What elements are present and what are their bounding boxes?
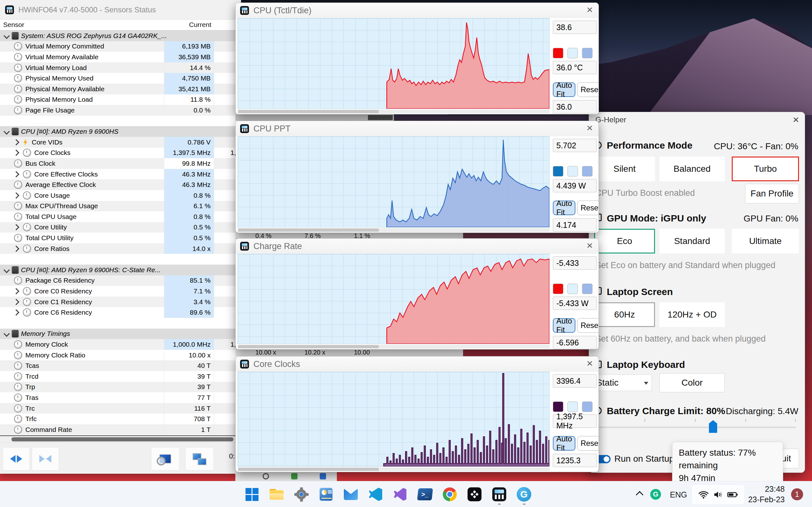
- column-header-current[interactable]: Current: [164, 21, 211, 29]
- turbo-button[interactable]: Turbo: [732, 157, 799, 181]
- sensor-row[interactable]: Tras77 T: [0, 392, 241, 403]
- monitor-search-button[interactable]: [151, 447, 180, 470]
- color-swatch[interactable]: [553, 401, 563, 412]
- sensor-row[interactable]: Total CPU Utility0.5 %: [0, 233, 241, 243]
- sensor-row[interactable]: Core Effective Clocks46.3 MHz: [0, 169, 241, 180]
- sensor-row[interactable]: Trcd39 T: [0, 371, 241, 382]
- tray-chevron-up-icon[interactable]: [636, 491, 643, 498]
- expand-columns-button[interactable]: [3, 447, 30, 470]
- chevron-down-icon[interactable]: [3, 33, 10, 39]
- language-indicator[interactable]: ENG: [670, 490, 687, 499]
- chevron-right-icon[interactable]: [13, 171, 19, 177]
- color-button[interactable]: Color: [659, 373, 725, 392]
- sensor-row[interactable]: Core Utility0.5 %: [0, 222, 241, 233]
- horizontal-scrollbar[interactable]: [0, 435, 241, 443]
- taskbar-icon-visualstudio[interactable]: [393, 487, 408, 502]
- taskbar-icon-chrome[interactable]: [442, 487, 457, 502]
- sensor-row[interactable]: Command Rate1 T: [0, 424, 241, 435]
- color-swatch[interactable]: [567, 284, 578, 294]
- sensor-row[interactable]: Core C1 Residency3.4 %: [0, 297, 241, 307]
- 120hz-od-button[interactable]: 120Hz + OD: [659, 302, 725, 327]
- sensor-row[interactable]: Average Effective Clock46.3 MHz: [0, 179, 241, 190]
- sensor-row[interactable]: Virtual Memory Committed6,193 MB: [0, 41, 241, 52]
- standard-button[interactable]: Standard: [659, 229, 725, 253]
- sensor-section-row[interactable]: CPU [#0]: AMD Ryzen 9 6900HS: [0, 126, 241, 137]
- sensor-row[interactable]: Core Clocks1,397.5 MHz1,: [0, 148, 241, 158]
- color-swatch[interactable]: [582, 401, 593, 412]
- color-swatch[interactable]: [553, 284, 563, 294]
- auto-fit-button[interactable]: Auto Fit: [553, 318, 575, 333]
- color-swatch[interactable]: [567, 48, 578, 58]
- color-swatch[interactable]: [582, 48, 593, 58]
- sensor-row[interactable]: Core C6 Residency89.6 %: [0, 307, 241, 318]
- battery-limit-slider-thumb[interactable]: [709, 420, 717, 433]
- close-icon[interactable]: ×: [587, 122, 593, 134]
- chevron-down-icon[interactable]: [3, 128, 10, 135]
- graph-titlebar[interactable]: CPU PPT: [236, 121, 599, 136]
- hwinfo-titlebar[interactable]: HWiNFO64 v7.40-5000 - Sensors Status: [0, 0, 241, 20]
- sensor-row[interactable]: Trp39 T: [0, 382, 241, 393]
- auto-fit-button[interactable]: Auto Fit: [553, 436, 575, 451]
- eco-button[interactable]: Eco: [594, 229, 655, 253]
- fan-profile-button[interactable]: Fan Profile: [745, 184, 799, 204]
- auto-fit-button[interactable]: Auto Fit: [553, 201, 575, 215]
- sensor-row[interactable]: Trfc708 T: [0, 413, 241, 424]
- auto-fit-button[interactable]: Auto Fit: [553, 82, 575, 97]
- sensor-row[interactable]: Physical Memory Load11.8 %: [0, 95, 241, 105]
- reset-button[interactable]: Reset: [577, 201, 599, 215]
- chevron-down-icon[interactable]: [3, 267, 10, 273]
- keyboard-mode-dropdown[interactable]: Static: [594, 375, 652, 391]
- graph-titlebar[interactable]: Core Clocks: [236, 356, 599, 372]
- h-scrollbar[interactable]: [238, 345, 550, 349]
- color-swatch[interactable]: [582, 284, 593, 294]
- chevron-right-icon[interactable]: [13, 224, 19, 231]
- sensor-row[interactable]: Virtual Memory Load14.4 %: [0, 62, 241, 73]
- silent-button[interactable]: Silent: [594, 157, 655, 181]
- h-scrollbar[interactable]: [238, 228, 550, 232]
- color-swatch[interactable]: [553, 48, 563, 58]
- battery-limit-slider-track[interactable]: [594, 427, 796, 428]
- chevron-right-icon[interactable]: [13, 245, 19, 252]
- chevron-right-icon[interactable]: [13, 150, 19, 156]
- collapse-columns-button[interactable]: [32, 447, 59, 470]
- chevron-right-icon[interactable]: [13, 139, 19, 146]
- grammarly-tray-icon[interactable]: G: [650, 489, 661, 500]
- close-icon[interactable]: ×: [587, 239, 593, 251]
- 60hz-button[interactable]: 60Hz: [594, 302, 655, 327]
- reset-button[interactable]: Reset: [577, 318, 599, 333]
- clock[interactable]: 23:48 23-Feb-23: [745, 484, 785, 505]
- ultimate-button[interactable]: Ultimate: [732, 229, 799, 253]
- scrollbar-thumb[interactable]: [238, 345, 379, 348]
- remote-monitor-button[interactable]: [185, 447, 214, 470]
- color-swatch[interactable]: [567, 166, 578, 176]
- reset-button[interactable]: Reset: [577, 82, 599, 97]
- sensor-row[interactable]: Total CPU Usage0.8 %: [0, 211, 241, 222]
- chevron-down-icon[interactable]: [3, 331, 10, 337]
- sensor-section-row[interactable]: Memory Timings: [0, 329, 241, 339]
- sensor-row[interactable]: Tcas40 T: [0, 360, 241, 371]
- sensor-row[interactable]: Physical Memory Used4,750 MB: [0, 73, 241, 83]
- sensor-section-row[interactable]: CPU [#0]: AMD Ryzen 9 6900HS: C-State Re…: [0, 265, 241, 275]
- sensor-row[interactable]: Page File Usage0.0 %: [0, 105, 241, 116]
- close-icon[interactable]: ×: [587, 3, 593, 16]
- close-icon[interactable]: ×: [793, 113, 799, 126]
- notification-badge[interactable]: 1: [791, 488, 803, 500]
- sensor-section-row[interactable]: System: ASUS ROG Zephyrus G14 GA402RK_..…: [0, 31, 241, 41]
- color-swatch[interactable]: [582, 166, 593, 176]
- taskbar-icon-powershell[interactable]: >_: [417, 487, 433, 502]
- taskbar-icon-hwinfo[interactable]: [492, 487, 507, 502]
- column-header-sensor[interactable]: Sensor: [3, 21, 24, 29]
- sensor-row[interactable]: Memory Clock Ratio10.00 x: [0, 350, 241, 360]
- sensor-row[interactable]: Bus Clock99.8 MHz: [0, 158, 241, 169]
- taskbar-icon-vscode[interactable]: [368, 487, 383, 502]
- color-swatch[interactable]: [553, 166, 563, 176]
- scrollbar-thumb[interactable]: [11, 437, 234, 441]
- taskbar-icon-start[interactable]: [244, 487, 259, 502]
- chevron-right-icon[interactable]: [13, 299, 19, 305]
- chevron-right-icon[interactable]: [13, 192, 19, 199]
- chevron-right-icon[interactable]: [13, 288, 19, 294]
- sensor-row[interactable]: Physical Memory Available35,421 MB: [0, 83, 241, 95]
- h-scrollbar[interactable]: [238, 110, 550, 113]
- taskbar-icon-monitor[interactable]: [318, 487, 334, 502]
- sensor-row[interactable]: Max CPU/Thread Usage6.1 %: [0, 201, 241, 212]
